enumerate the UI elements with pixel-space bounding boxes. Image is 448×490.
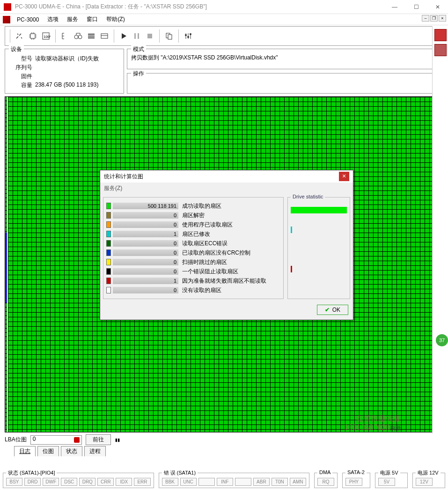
- window-controls: — ☐ ✕: [388, 4, 444, 10]
- stat-row: 0扫描时跳过的扇区: [106, 257, 280, 267]
- status-indicator: INF: [217, 478, 233, 486]
- lba-record-icon[interactable]: [74, 437, 80, 443]
- bottom-tabs: 日志 位图 状态 进程: [14, 446, 443, 456]
- tool-play-icon[interactable]: [117, 29, 130, 43]
- progress-badge: 37: [436, 334, 448, 346]
- svg-point-4: [78, 35, 82, 39]
- map-overview-strip[interactable]: [5, 97, 7, 432]
- stat-count: 0: [113, 221, 178, 228]
- stat-row: 0已读取的扇区没有CRC控制: [106, 248, 280, 257]
- status-indicator: DSC: [61, 478, 77, 486]
- status-group-title: DMA: [317, 469, 332, 475]
- drive-bar-green: [291, 207, 347, 213]
- pause-icon[interactable]: ▮▮: [115, 437, 119, 443]
- device-panel: 设备 型号读取驱动器标识（ID)失败 序列号 固件 容量238.47 GB (5…: [5, 49, 124, 94]
- status-indicator: ERR: [134, 478, 150, 486]
- status-indicator: [198, 478, 215, 486]
- tool-binoculars-icon[interactable]: [72, 29, 85, 43]
- status-indicator: ABR: [253, 478, 270, 486]
- svg-text:100%: 100%: [44, 35, 51, 39]
- stat-count: 0: [113, 287, 178, 293]
- tool-percent-icon[interactable]: 100%: [39, 29, 52, 43]
- stat-count: 0: [113, 259, 178, 265]
- model-value: 读取驱动器标识（ID)失败: [35, 55, 99, 63]
- mdi-restore[interactable]: ❐: [430, 15, 438, 22]
- dialog-menu-service[interactable]: 服务(Z): [100, 183, 353, 194]
- tool-stop-icon[interactable]: [143, 29, 156, 43]
- tool-stack-icon[interactable]: [85, 29, 98, 43]
- stat-count: 0: [113, 240, 178, 247]
- tool-slider-icon[interactable]: [182, 29, 195, 43]
- tool-copy-icon[interactable]: [162, 29, 176, 43]
- dialog-close-button[interactable]: ×: [339, 172, 349, 181]
- toolbar: 100%: [5, 26, 443, 46]
- maximize-button[interactable]: ☐: [410, 4, 423, 10]
- stat-row: 500 118 191成功读取的扇区: [106, 201, 280, 211]
- status-indicator: [235, 478, 251, 486]
- firmware-label: 固件: [9, 73, 35, 80]
- device-panel-title: 设备: [9, 45, 24, 53]
- stat-count: 1: [113, 231, 178, 237]
- right-tool-1-icon[interactable]: [434, 29, 447, 41]
- ok-button[interactable]: ✔ OK: [317, 305, 348, 315]
- stat-count: 500 118 191: [113, 203, 178, 209]
- dialog-titlebar[interactable]: 统计和计算位图 ×: [100, 170, 353, 183]
- status-indicator: DWF: [43, 478, 59, 486]
- app-label: PC-3000: [13, 15, 43, 24]
- minimize-button[interactable]: —: [388, 4, 401, 10]
- goto-button[interactable]: 前往: [86, 434, 111, 445]
- tool-pause-icon[interactable]: [130, 29, 143, 43]
- stat-count: 0: [113, 249, 178, 256]
- menu-help[interactable]: 帮助(Z): [103, 15, 128, 24]
- status-group-title: 状态 (SATA1)-[PIO4]: [6, 469, 57, 476]
- drive-statistic-legend: Drive statistic: [291, 194, 325, 199]
- lba-value: 0: [33, 436, 36, 442]
- mdi-minimize[interactable]: –: [422, 15, 429, 22]
- capacity-label: 容量: [9, 81, 35, 89]
- drive-tick-red: [291, 266, 292, 272]
- model-label: 型号: [9, 55, 35, 63]
- tab-process[interactable]: 进程: [84, 446, 106, 456]
- stat-label: 扇区解密: [180, 212, 280, 219]
- status-indicator: 12V: [416, 478, 433, 486]
- tool-chip-icon[interactable]: [26, 29, 39, 43]
- right-tool-2-icon[interactable]: [434, 44, 447, 56]
- color-swatch: [106, 287, 111, 293]
- close-button[interactable]: ✕: [431, 4, 444, 10]
- stat-label: 使用程序已读取扇区: [180, 221, 280, 229]
- svg-point-3: [74, 35, 78, 39]
- stat-label: 扫描时跳过的扇区: [180, 258, 280, 266]
- capacity-value: 238.47 GB (500 118 193): [35, 81, 98, 89]
- color-swatch: [106, 240, 111, 247]
- watermark: 盘首数据恢复 18913587628刷新: [344, 414, 401, 432]
- drive-statistic-panel: Drive statistic: [287, 197, 350, 299]
- tab-bitmap[interactable]: 位图: [37, 446, 59, 456]
- status-group-title: 电源 12V: [416, 469, 441, 476]
- tool-card-icon[interactable]: [98, 29, 111, 43]
- mdi-close[interactable]: ×: [439, 15, 446, 22]
- stat-label: 扇区已修改: [180, 230, 280, 238]
- stats-list: 500 118 191成功读取的扇区0扇区解密0使用程序已读取扇区1扇区已修改0…: [103, 197, 284, 299]
- svg-point-13: [190, 33, 191, 35]
- right-tool-strip: [432, 26, 448, 433]
- status-group-title: SATA-2: [345, 469, 367, 475]
- lba-input[interactable]: 0: [30, 435, 82, 445]
- menu-options[interactable]: 选项: [44, 15, 62, 24]
- tool-settings-icon[interactable]: [13, 29, 26, 43]
- tab-log[interactable]: 日志: [14, 446, 36, 456]
- color-swatch: [106, 212, 111, 219]
- color-swatch: [106, 203, 111, 209]
- svg-rect-6: [134, 33, 136, 39]
- status-indicator: PHY: [345, 478, 362, 486]
- svg-rect-0: [30, 34, 35, 38]
- stat-row: 1扇区已修改: [106, 229, 280, 239]
- mdi-controls: – ❐ ×: [422, 15, 446, 22]
- tool-tree-icon[interactable]: [59, 29, 72, 43]
- mode-panel: 模式 拷贝数据到 "A:\2019\XSTAR SSD 256GB\Virtua…: [127, 49, 443, 69]
- menu-window[interactable]: 窗口: [83, 15, 102, 24]
- menu-service[interactable]: 服务: [63, 15, 82, 24]
- tab-status[interactable]: 状态: [61, 446, 82, 456]
- svg-point-11: [185, 34, 187, 36]
- watermark-text: 盘首数据恢复: [344, 414, 401, 423]
- status-indicator: T0N: [272, 478, 288, 486]
